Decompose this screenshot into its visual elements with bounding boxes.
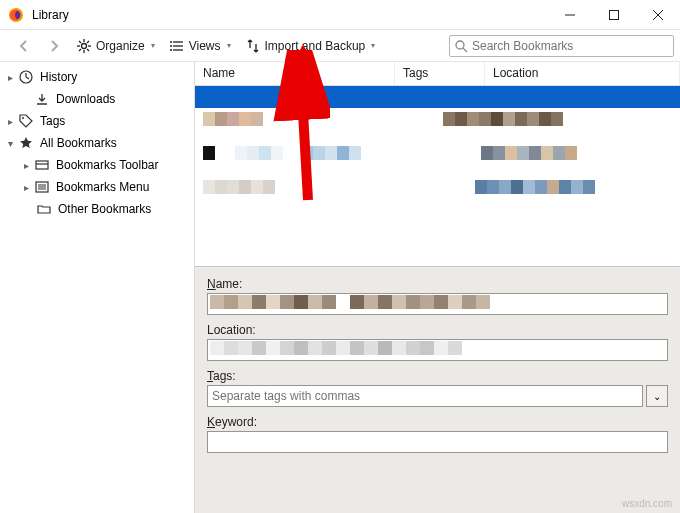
clock-icon: [18, 69, 34, 85]
list-row[interactable]: [195, 142, 680, 164]
tags-label: Tags:: [207, 369, 668, 383]
watermark: wsxdn.com: [622, 498, 672, 509]
svg-line-13: [87, 41, 89, 43]
sidebar-item-label: Other Bookmarks: [58, 202, 151, 216]
expand-icon[interactable]: ▸: [4, 72, 16, 83]
organize-button[interactable]: Organize▾: [70, 34, 161, 58]
svg-point-18: [170, 41, 172, 43]
sidebar-item-tags[interactable]: ▸ Tags: [0, 110, 194, 132]
field-name: Name:: [207, 277, 668, 315]
location-input[interactable]: [207, 339, 668, 361]
main-panel: Name Tags Location: [195, 62, 680, 513]
search-input[interactable]: [449, 35, 674, 57]
list-row[interactable]: [195, 164, 680, 176]
expand-icon[interactable]: ▸: [20, 182, 32, 193]
sidebar-item-label: All Bookmarks: [40, 136, 117, 150]
expand-icon[interactable]: ▸: [20, 160, 32, 171]
sidebar-item-label: Bookmarks Menu: [56, 180, 149, 194]
star-icon: [18, 135, 34, 151]
list-row[interactable]: [195, 86, 680, 108]
gear-icon: [76, 38, 92, 54]
sidebar-item-history[interactable]: ▸ History: [0, 66, 194, 88]
organize-label: Organize: [96, 39, 145, 53]
keyword-input[interactable]: [207, 431, 668, 453]
forward-icon: [46, 38, 62, 54]
chevron-down-icon: ▾: [371, 41, 375, 50]
toolbar-icon: [34, 157, 50, 173]
views-label: Views: [189, 39, 221, 53]
svg-point-24: [22, 117, 24, 119]
import-backup-label: Import and Backup: [265, 39, 366, 53]
tag-icon: [18, 113, 34, 129]
expand-icon[interactable]: ▸: [4, 116, 16, 127]
list-row[interactable]: [195, 130, 680, 142]
svg-point-21: [456, 41, 464, 49]
location-label: Location:: [207, 323, 668, 337]
list-icon: [169, 38, 185, 54]
sidebar-item-label: Tags: [40, 114, 65, 128]
minimize-button[interactable]: [548, 0, 592, 30]
list-row[interactable]: [195, 108, 680, 130]
svg-line-12: [87, 49, 89, 51]
sidebar-item-downloads[interactable]: Downloads: [0, 88, 194, 110]
forward-button[interactable]: [40, 34, 68, 58]
views-button[interactable]: Views▾: [163, 34, 237, 58]
toolbar: Organize▾ Views▾ Import and Backup▾: [0, 30, 680, 62]
sidebar-item-bookmarks-toolbar[interactable]: ▸ Bookmarks Toolbar: [0, 154, 194, 176]
column-headers: Name Tags Location: [195, 62, 680, 86]
titlebar: Library: [0, 0, 680, 30]
svg-point-6: [82, 43, 87, 48]
svg-rect-3: [610, 10, 619, 19]
maximize-button[interactable]: [592, 0, 636, 30]
field-location: Location:: [207, 323, 668, 361]
tags-input[interactable]: [207, 385, 643, 407]
chevron-down-icon: ⌄: [653, 391, 661, 402]
chevron-down-icon: ▾: [151, 41, 155, 50]
chevron-down-icon: ▾: [227, 41, 231, 50]
search-icon: [453, 38, 469, 54]
column-tags[interactable]: Tags: [395, 62, 485, 85]
sidebar-item-other-bookmarks[interactable]: Other Bookmarks: [0, 198, 194, 220]
name-label: Name:: [207, 277, 668, 291]
sidebar-item-all-bookmarks[interactable]: ▾ All Bookmarks: [0, 132, 194, 154]
close-button[interactable]: [636, 0, 680, 30]
details-pane: Name: Location:: [195, 266, 680, 513]
keyword-label: Keyword:: [207, 415, 668, 429]
column-name[interactable]: Name: [195, 62, 395, 85]
firefox-icon: [8, 7, 24, 23]
list-row[interactable]: [195, 176, 680, 198]
window-title: Library: [32, 8, 69, 22]
back-button[interactable]: [10, 34, 38, 58]
folder-icon: [36, 201, 52, 217]
svg-line-22: [463, 48, 467, 52]
download-icon: [34, 91, 50, 107]
tags-dropdown-button[interactable]: ⌄: [646, 385, 668, 407]
column-location[interactable]: Location: [485, 62, 680, 85]
svg-rect-25: [36, 161, 48, 169]
sidebar-item-label: Bookmarks Toolbar: [56, 158, 159, 172]
sidebar-item-bookmarks-menu[interactable]: ▸ Bookmarks Menu: [0, 176, 194, 198]
field-keyword: Keyword:: [207, 415, 668, 453]
svg-point-20: [170, 49, 172, 51]
sidebar-item-label: Downloads: [56, 92, 115, 106]
sidebar: ▸ History Downloads ▸ Tags ▾ All Bookmar…: [0, 62, 195, 513]
svg-line-14: [79, 49, 81, 51]
back-icon: [16, 38, 32, 54]
sidebar-item-label: History: [40, 70, 77, 84]
svg-point-19: [170, 45, 172, 47]
field-tags: Tags: ⌄: [207, 369, 668, 407]
import-backup-button[interactable]: Import and Backup▾: [239, 34, 382, 58]
svg-line-11: [79, 41, 81, 43]
bookmark-list[interactable]: [195, 86, 680, 266]
name-input[interactable]: [207, 293, 668, 315]
collapse-icon[interactable]: ▾: [4, 138, 16, 149]
import-export-icon: [245, 38, 261, 54]
menu-icon: [34, 179, 50, 195]
